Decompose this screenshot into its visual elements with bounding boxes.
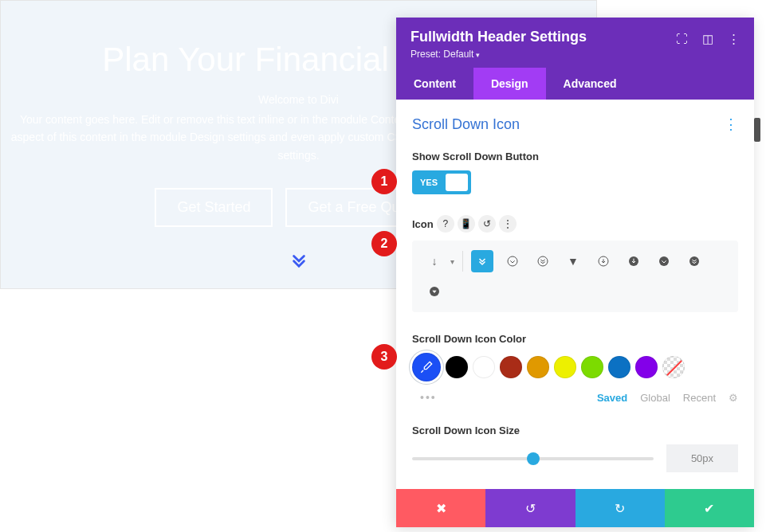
icon-option-double-chevron-circle-solid[interactable] bbox=[683, 250, 705, 272]
icon-option-chevron-circle-solid[interactable] bbox=[653, 250, 675, 272]
settings-panel: Fullwidth Header Settings Preset: Defaul… bbox=[396, 18, 754, 527]
swatch-green[interactable] bbox=[581, 356, 603, 378]
swatch-orange[interactable] bbox=[527, 356, 549, 378]
icon-size-slider[interactable] bbox=[412, 457, 654, 460]
callout-2: 2 bbox=[371, 231, 397, 256]
more-colors-icon[interactable]: ••• bbox=[412, 391, 437, 404]
show-scroll-toggle[interactable]: YES bbox=[412, 170, 471, 194]
panel-body: Scroll Down Icon ⋮ Show Scroll Down Butt… bbox=[396, 100, 754, 489]
svg-point-6 bbox=[659, 256, 669, 266]
section-menu-icon[interactable]: ⋮ bbox=[724, 115, 738, 133]
get-started-button[interactable]: Get Started bbox=[155, 188, 273, 227]
color-settings-gear-icon[interactable]: ⚙ bbox=[729, 392, 738, 404]
tab-advanced[interactable]: Advanced bbox=[546, 68, 634, 100]
icon-option-caret-circle-solid[interactable] bbox=[423, 280, 446, 303]
swatch-red[interactable] bbox=[500, 356, 522, 378]
swatch-black[interactable] bbox=[446, 356, 468, 378]
icon-option-double-chevron-circle[interactable] bbox=[532, 250, 554, 272]
responsive-icon[interactable]: 📱 bbox=[458, 215, 475, 233]
color-tab-global[interactable]: Global bbox=[640, 392, 670, 404]
help-icon[interactable]: ? bbox=[437, 215, 454, 233]
cancel-button[interactable]: ✖ bbox=[396, 489, 485, 527]
icon-option-chevron-circle-outline[interactable] bbox=[501, 250, 524, 272]
icon-option-arrow-circle-outline[interactable] bbox=[592, 250, 615, 272]
side-handle[interactable] bbox=[754, 118, 760, 142]
callout-3: 3 bbox=[371, 344, 397, 370]
color-tab-saved[interactable]: Saved bbox=[597, 392, 627, 404]
panel-footer: ✖ ↺ ↻ ✔ bbox=[396, 489, 754, 527]
swatch-purple[interactable] bbox=[635, 356, 658, 378]
color-picker-eyedropper[interactable] bbox=[412, 353, 441, 381]
icon-picker: ↓ ▾ ▼ bbox=[412, 241, 738, 312]
swatch-yellow[interactable] bbox=[554, 356, 576, 378]
tab-design[interactable]: Design bbox=[473, 68, 546, 100]
tabs: Content Design Advanced bbox=[396, 68, 754, 100]
undo-button[interactable]: ↺ bbox=[485, 489, 575, 527]
color-tab-recent[interactable]: Recent bbox=[683, 392, 716, 404]
redo-button[interactable]: ↻ bbox=[575, 489, 665, 527]
tab-content[interactable]: Content bbox=[396, 68, 473, 100]
svg-point-0 bbox=[508, 256, 517, 266]
expand-icon[interactable]: ⛶ bbox=[676, 32, 688, 46]
section-title[interactable]: Scroll Down Icon bbox=[412, 116, 520, 133]
color-swatch-row bbox=[412, 353, 738, 381]
swatch-none[interactable] bbox=[662, 356, 685, 378]
panel-header: Fullwidth Header Settings Preset: Defaul… bbox=[396, 18, 754, 68]
icon-size-label: Scroll Down Icon Size bbox=[412, 424, 738, 436]
columns-icon[interactable]: ◫ bbox=[702, 32, 713, 46]
icon-dropdown-icon[interactable]: ▾ bbox=[450, 257, 454, 266]
show-scroll-label: Show Scroll Down Button bbox=[412, 151, 738, 162]
preset-selector[interactable]: Preset: Default bbox=[410, 49, 740, 60]
icon-option-arrow-down[interactable]: ↓ bbox=[423, 250, 446, 272]
callout-1: 1 bbox=[371, 169, 397, 194]
icon-option-caret-down[interactable]: ▼ bbox=[562, 250, 584, 272]
toggle-switch bbox=[446, 174, 468, 191]
kebab-menu-icon[interactable]: ⋮ bbox=[728, 32, 740, 46]
slider-thumb[interactable] bbox=[527, 452, 540, 465]
icon-color-label: Scroll Down Icon Color bbox=[412, 333, 738, 345]
hover-icon[interactable]: ↺ bbox=[478, 215, 496, 233]
toggle-yes-label: YES bbox=[412, 178, 446, 187]
swatch-blue[interactable] bbox=[608, 356, 630, 378]
icon-option-double-chevron[interactable] bbox=[471, 250, 493, 272]
icon-size-value[interactable]: 50px bbox=[666, 444, 738, 472]
save-button[interactable]: ✔ bbox=[665, 489, 754, 527]
icon-menu-icon[interactable]: ⋮ bbox=[499, 215, 517, 233]
divider bbox=[462, 251, 463, 272]
icon-option-arrow-circle-solid[interactable] bbox=[623, 250, 645, 272]
swatch-white[interactable] bbox=[473, 356, 495, 378]
icon-label: Icon bbox=[412, 218, 434, 230]
